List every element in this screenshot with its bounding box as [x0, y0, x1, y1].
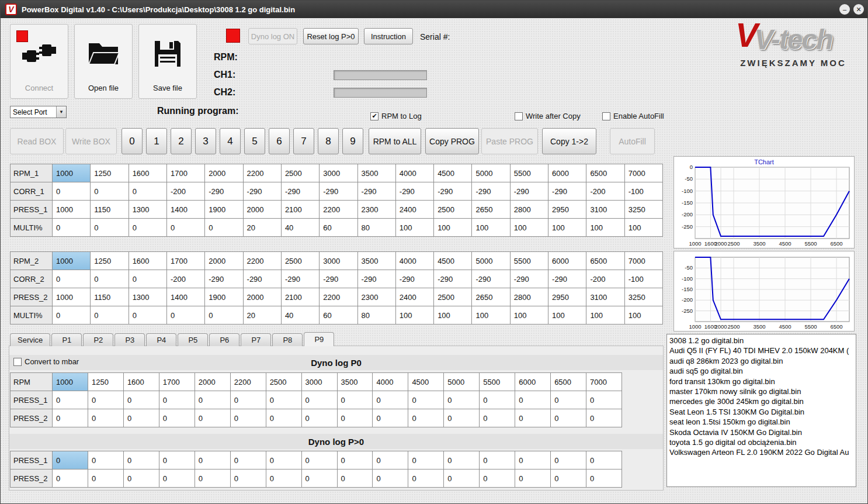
close-button[interactable]: ✕: [853, 4, 864, 15]
table-cell[interactable]: 2800: [511, 288, 548, 306]
table-cell[interactable]: 100: [586, 219, 624, 237]
digit-button-1[interactable]: 1: [146, 128, 167, 154]
table-cell[interactable]: 60: [320, 219, 357, 237]
digit-button-9[interactable]: 9: [342, 128, 363, 154]
table-cell[interactable]: 6000: [548, 252, 586, 270]
table-cell[interactable]: 1300: [129, 201, 167, 219]
tab-service[interactable]: Service: [10, 333, 50, 346]
table-cell[interactable]: 3100: [586, 288, 624, 306]
table-cell[interactable]: 0: [88, 409, 124, 427]
table-cell[interactable]: -290: [511, 270, 548, 288]
digit-button-0[interactable]: 0: [121, 128, 143, 154]
table-cell[interactable]: 4000: [396, 164, 434, 182]
table-cell[interactable]: 1000: [53, 201, 91, 219]
table-cell[interactable]: 1000: [53, 373, 88, 391]
table-cell[interactable]: 0: [373, 409, 408, 427]
table-cell[interactable]: 0: [408, 451, 444, 470]
table-cell[interactable]: 0: [195, 391, 231, 409]
dyno-log-on-button[interactable]: Dyno log ON: [248, 28, 297, 44]
table-cell[interactable]: 5500: [511, 164, 548, 182]
table-cell[interactable]: 0: [129, 182, 167, 201]
table-cell[interactable]: 2400: [396, 201, 434, 219]
table-cell[interactable]: 0: [231, 451, 266, 470]
file-list[interactable]: 3008 1.2 go digital.binAudi Q5 II (FY FL…: [666, 334, 856, 487]
table-cell[interactable]: 0: [53, 219, 91, 237]
minimize-button[interactable]: –: [839, 4, 850, 15]
table-cell[interactable]: 3250: [625, 288, 663, 306]
table-cell[interactable]: 4000: [396, 252, 434, 270]
table-cell[interactable]: 0: [444, 391, 480, 409]
autofill-button[interactable]: AutoFill: [610, 128, 655, 154]
table-cell[interactable]: 0: [551, 470, 586, 488]
table-cell[interactable]: 0: [129, 219, 167, 237]
table-cell[interactable]: 0: [551, 391, 586, 409]
table-cell[interactable]: 0: [53, 270, 91, 288]
table-cell[interactable]: 2950: [548, 201, 586, 219]
table-cell[interactable]: 0: [231, 409, 266, 427]
table-cell[interactable]: -290: [282, 182, 320, 201]
table-cell[interactable]: 0: [302, 391, 338, 409]
table-cell[interactable]: 1900: [205, 288, 243, 306]
table-cell[interactable]: 0: [159, 470, 195, 488]
table-cell[interactable]: 100: [511, 219, 548, 237]
table-cell[interactable]: 100: [548, 306, 586, 325]
table-cell[interactable]: 0: [124, 451, 159, 470]
file-list-item[interactable]: ford transit 130km go digital.bin: [669, 377, 853, 386]
tab-p5[interactable]: P5: [178, 333, 208, 346]
open-file-button[interactable]: Open file: [74, 24, 133, 99]
table-cell[interactable]: 0: [195, 451, 231, 470]
table-cell[interactable]: 100: [548, 219, 586, 237]
table-cell[interactable]: 0: [53, 391, 88, 409]
table-cell[interactable]: 0: [515, 451, 551, 470]
file-list-item[interactable]: toyota 1.5 go digital od obciążenia.bin: [669, 437, 853, 447]
table-cell[interactable]: 0: [444, 451, 480, 470]
table-cell[interactable]: 2000: [205, 164, 243, 182]
table-cell[interactable]: 1250: [88, 373, 124, 391]
table-cell[interactable]: -290: [396, 182, 434, 201]
table-cell[interactable]: 6500: [586, 252, 624, 270]
reset-log-button[interactable]: Reset log P>0: [303, 28, 359, 44]
table-cell[interactable]: 6000: [548, 164, 586, 182]
table-cell[interactable]: 0: [444, 470, 480, 488]
table-cell[interactable]: 1600: [124, 373, 159, 391]
table-cell[interactable]: 0: [408, 409, 444, 427]
connect-button[interactable]: Connect: [10, 24, 68, 99]
write-box-button[interactable]: Write BOX: [65, 128, 117, 154]
table-cell[interactable]: 20: [244, 306, 282, 325]
table-cell[interactable]: 0: [124, 391, 159, 409]
table-cell[interactable]: 80: [358, 306, 396, 325]
tab-p7[interactable]: P7: [241, 333, 271, 346]
table-cell[interactable]: 0: [53, 451, 88, 470]
table-cell[interactable]: 0: [302, 451, 338, 470]
table-cell[interactable]: 2500: [282, 164, 320, 182]
table-cell[interactable]: -290: [434, 270, 472, 288]
table-cell[interactable]: 0: [515, 391, 551, 409]
table-cell[interactable]: 5500: [511, 252, 548, 270]
table-cell[interactable]: 0: [91, 219, 129, 237]
rpm-to-log-checkbox[interactable]: RPM to Log: [370, 112, 422, 120]
copy-prog-button[interactable]: Copy PROG: [425, 128, 479, 154]
table-cell[interactable]: -290: [358, 182, 396, 201]
table-cell[interactable]: 1000: [53, 164, 91, 182]
table-cell[interactable]: -200: [167, 182, 205, 201]
table-cell[interactable]: 100: [511, 306, 548, 325]
table-cell[interactable]: -290: [320, 182, 357, 201]
table-cell[interactable]: 6000: [515, 373, 551, 391]
table-cell[interactable]: 0: [480, 391, 515, 409]
table-cell[interactable]: 1700: [167, 252, 205, 270]
table-cell[interactable]: 100: [586, 306, 624, 325]
table-cell[interactable]: 7000: [586, 373, 622, 391]
tab-p3[interactable]: P3: [114, 333, 145, 346]
table-cell[interactable]: 0: [480, 451, 515, 470]
table-cell[interactable]: 0: [266, 470, 302, 488]
table-cell[interactable]: 1400: [167, 288, 205, 306]
paste-prog-button[interactable]: Paste PROG: [481, 128, 538, 154]
tab-p9[interactable]: P9: [304, 332, 334, 346]
table-cell[interactable]: 2500: [282, 252, 320, 270]
rpm-to-all-button[interactable]: RPM to ALL: [369, 128, 421, 154]
table-cell[interactable]: 0: [586, 470, 622, 488]
table-cell[interactable]: 7000: [625, 252, 663, 270]
table-cell[interactable]: 2500: [434, 201, 472, 219]
table-cell[interactable]: 0: [88, 451, 124, 470]
copy-1-2-button[interactable]: Copy 1->2: [542, 128, 596, 154]
